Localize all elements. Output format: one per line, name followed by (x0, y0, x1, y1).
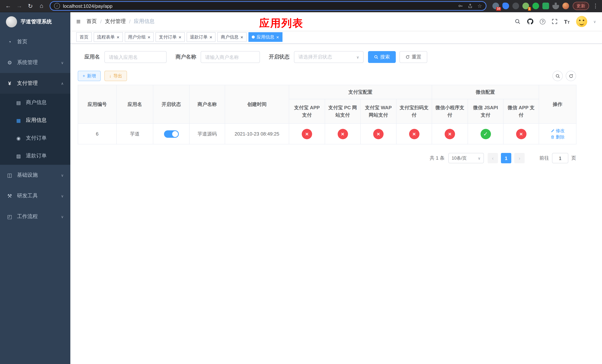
sidebar-item-payment[interactable]: ¥ 支付管理 ∧ (0, 73, 70, 94)
top-navbar: ≡ 首页 / 支付管理 / 应用信息 ? (70, 12, 602, 31)
extension-icon[interactable]: 1 (522, 3, 529, 9)
grid-icon: ▦ (16, 118, 22, 123)
close-icon[interactable]: × (148, 35, 150, 39)
sidebar-item-dev-tools[interactable]: ⚒ 研发工具 ∨ (0, 185, 70, 206)
sidebar-item-app-info[interactable]: ▦ 应用信息 (0, 111, 70, 129)
reset-button[interactable]: 重置 (399, 51, 427, 63)
sidebar-item-system[interactable]: ⚙ 系统管理 ∨ (0, 52, 70, 73)
column-header-actions: 操作 (539, 85, 576, 124)
close-icon[interactable]: × (178, 35, 181, 39)
delete-link[interactable]: 删除 (550, 134, 565, 140)
tags-view: 首页 流程表单× 用户分组× 支付订单× 退款订单× 商户信息× 应用信息× (70, 31, 602, 44)
extension-icon[interactable] (512, 3, 519, 9)
app-table: 应用编号 应用名 开启状态 商户名称 创建时间 支付宝配置 微信配置 操作 支付… (78, 85, 576, 144)
logo-image (6, 16, 17, 27)
tab-label: 用户分组 (128, 34, 146, 40)
sidebar-item-refund-order[interactable]: ▧ 退款订单 (0, 147, 70, 165)
status-select[interactable]: 请选择开启状态 ∨ (294, 51, 364, 63)
search-button[interactable]: 搜索 (368, 51, 396, 63)
browser-reload-button[interactable]: ↻ (26, 1, 35, 10)
address-bar[interactable]: i localhost:1024/pay/app ☆ (50, 1, 486, 11)
fullscreen-icon[interactable] (552, 19, 558, 24)
sidebar-item-infra[interactable]: ◫ 基础设施 ∨ (0, 165, 70, 185)
alipay-pc-status-icon: × (337, 129, 348, 139)
tab-label: 退款订单 (190, 34, 208, 40)
tab-refund-order[interactable]: 退款订单× (187, 32, 216, 42)
tab-home[interactable]: 首页 (76, 32, 92, 42)
close-icon[interactable]: × (240, 35, 243, 39)
page-size-select[interactable]: 10条/页 ∨ (448, 153, 484, 163)
extension-icon[interactable] (532, 3, 539, 9)
enable-toggle[interactable] (164, 130, 179, 138)
sidebar-item-pay-order[interactable]: ◉ 支付订单 (0, 129, 70, 147)
add-button[interactable]: + 新增 (78, 71, 101, 81)
site-info-icon[interactable]: i (54, 3, 60, 9)
browser-menu-icon[interactable]: ⋮ (593, 3, 598, 9)
close-icon[interactable]: × (276, 35, 279, 39)
tab-app-info[interactable]: 应用信息× (248, 32, 282, 42)
edit-link[interactable]: 修改 (550, 128, 565, 134)
next-page-button[interactable]: › (514, 153, 525, 163)
tab-user-group[interactable]: 用户分组× (125, 32, 154, 42)
breadcrumb-item[interactable]: 支付管理 (105, 18, 126, 25)
share-icon[interactable] (468, 3, 473, 9)
column-header-created: 创建时间 (225, 85, 289, 124)
extension-icon[interactable]: 10 (492, 3, 499, 9)
browser-update-button[interactable]: 更新 (573, 2, 589, 10)
search-button-label: 搜索 (380, 54, 390, 60)
show-search-button[interactable] (552, 71, 563, 81)
tab-label: 商户信息 (221, 34, 239, 40)
workflow-icon: ◰ (7, 214, 13, 220)
wechat-app-status-icon: × (516, 129, 526, 139)
password-key-icon[interactable] (458, 3, 463, 9)
browser-profile-avatar[interactable] (562, 3, 569, 9)
chevron-down-icon[interactable]: ∨ (593, 20, 596, 23)
sidebar-item-home[interactable]: ◔ 首页 (0, 32, 70, 52)
sidebar-item-label: 工作流程 (17, 213, 38, 220)
refresh-button[interactable] (566, 71, 576, 81)
chevron-up-icon: ∧ (61, 81, 64, 85)
github-icon[interactable] (527, 18, 534, 25)
tab-process-form[interactable]: 流程表单× (94, 32, 123, 42)
page-number-button[interactable]: 1 (501, 153, 511, 163)
delete-link-label: 删除 (556, 134, 565, 140)
close-icon[interactable]: × (210, 35, 212, 39)
page-title: 应用列表 (259, 16, 304, 30)
browser-forward-button[interactable]: → (15, 1, 24, 10)
extension-icon[interactable] (542, 3, 549, 9)
tab-merchant-info[interactable]: 商户信息× (217, 32, 247, 42)
font-size-icon[interactable]: TT (564, 18, 570, 25)
sidebar-logo[interactable]: 芋道管理系统 (0, 12, 70, 32)
help-icon[interactable]: ? (540, 19, 546, 24)
bookmark-star-icon[interactable]: ☆ (477, 3, 482, 9)
column-header-alipay-qr: 支付宝扫码支付 (396, 99, 432, 124)
export-button[interactable]: ↓ 导出 (104, 71, 127, 81)
merchant-name-input[interactable] (201, 51, 260, 63)
sidebar-item-label: 支付管理 (17, 80, 38, 87)
sidebar-item-label: 商户信息 (26, 99, 47, 106)
sidebar-item-label: 首页 (17, 39, 27, 45)
extension-icon[interactable] (502, 3, 509, 9)
alipay-wap-status-icon: × (373, 129, 384, 139)
sidebar-item-workflow[interactable]: ◰ 工作流程 ∨ (0, 206, 70, 227)
url-text[interactable]: localhost:1024/pay/app (63, 3, 455, 9)
close-icon[interactable]: × (117, 35, 119, 39)
search-icon[interactable] (515, 19, 521, 24)
tab-pay-order[interactable]: 支付订单× (155, 32, 184, 42)
browser-home-button[interactable]: ⌂ (37, 1, 46, 10)
column-header-merchant: 商户名称 (189, 85, 225, 124)
status-label: 开启状态 (269, 54, 290, 60)
cell-status (153, 124, 189, 144)
toolbox-icon: ⚒ (7, 193, 13, 199)
prev-page-button[interactable]: ‹ (488, 153, 498, 163)
column-header-alipay-app: 支付宝 APP 支付 (289, 99, 325, 124)
sidebar-item-merchant-info[interactable]: ▤ 商户信息 (0, 94, 70, 111)
user-avatar[interactable] (576, 16, 587, 27)
chevron-down-icon: ∨ (61, 194, 64, 198)
browser-back-button[interactable]: ← (4, 1, 13, 10)
breadcrumb-item[interactable]: 首页 (86, 18, 97, 25)
extensions-puzzle-icon[interactable] (552, 3, 559, 9)
hamburger-icon[interactable]: ≡ (76, 17, 81, 26)
app-name-input[interactable] (104, 51, 167, 63)
goto-page-input[interactable] (552, 153, 568, 163)
